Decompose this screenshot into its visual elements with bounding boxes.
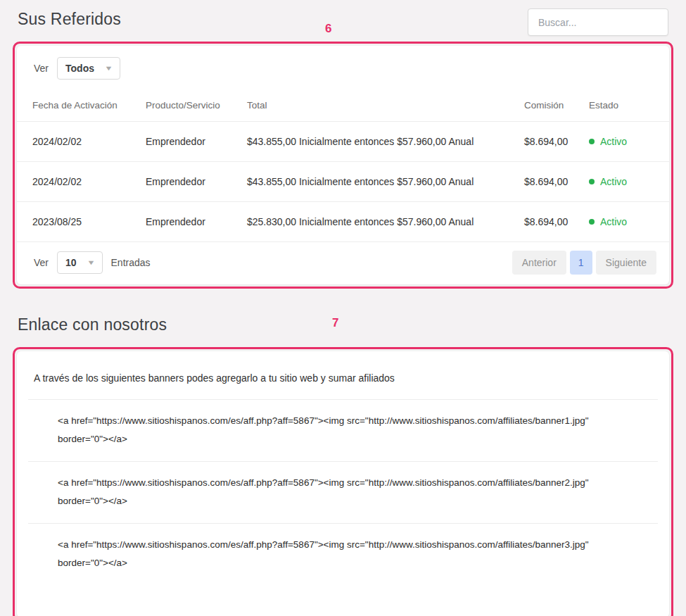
top-bar: Sus Referidos xyxy=(0,0,686,42)
column-header-status: Estado xyxy=(585,89,652,121)
column-header-date: Fecha de Activación xyxy=(28,89,141,121)
status-active-dot-icon xyxy=(589,139,595,144)
chevron-down-icon: ▼ xyxy=(104,65,113,72)
cell-commission: $8.694,00 xyxy=(520,162,585,201)
cell-date: 2023/08/25 xyxy=(28,202,141,241)
annotation-number-7: 7 xyxy=(332,316,338,330)
status-active-dot-icon xyxy=(589,179,595,184)
chevron-down-icon: ▼ xyxy=(87,259,95,266)
cell-total: $25.830,00 Inicialmente entonces $57.960… xyxy=(243,202,520,241)
cell-commission: $8.694,00 xyxy=(520,202,585,241)
annotation-number-6: 6 xyxy=(325,22,331,36)
cell-product: Emprendedor xyxy=(141,162,243,201)
cell-commission: $8.694,00 xyxy=(520,122,585,161)
banner-code-row: <a href="https://www.sitioshispanos.com/… xyxy=(17,400,669,461)
cell-product: Emprendedor xyxy=(141,202,243,241)
status-active-dot-icon xyxy=(589,219,595,225)
link-section-title: Enlace con nosotros xyxy=(0,289,686,347)
referrals-table: Fecha de Activación Producto/Servicio To… xyxy=(17,85,669,242)
page-size-select[interactable]: 10 ▼ xyxy=(57,251,103,274)
page-size-value: 10 xyxy=(65,257,77,268)
banner-code-row: <a href="https://www.sitioshispanos.com/… xyxy=(17,524,669,585)
cell-date: 2024/02/02 xyxy=(28,122,141,161)
column-header-total: Total xyxy=(243,89,520,121)
entries-label: Entradas xyxy=(111,257,151,268)
status-badge: Activo xyxy=(600,136,627,147)
cell-total: $43.855,00 Inicialmente entonces $57.960… xyxy=(243,122,520,161)
cell-product: Emprendedor xyxy=(141,122,243,161)
cell-total: $43.855,00 Inicialmente entonces $57.960… xyxy=(243,162,520,201)
pagination: Anterior 1 Siguiente xyxy=(512,251,656,275)
banner-code-2: <a href="https://www.sitioshispanos.com/… xyxy=(58,474,631,510)
next-page-button[interactable]: Siguiente xyxy=(596,251,656,275)
banner-code-row: <a href="https://www.sitioshispanos.com/… xyxy=(17,462,669,523)
current-page-button[interactable]: 1 xyxy=(570,251,592,275)
table-row: 2024/02/02 Emprendedor $43.855,00 Inicia… xyxy=(17,122,669,162)
column-header-product: Producto/Servicio xyxy=(141,89,243,121)
column-header-commission: Comisión xyxy=(520,89,585,121)
page-size-control: Ver 10 ▼ Entradas xyxy=(34,251,151,274)
table-header-row: Fecha de Activación Producto/Servicio To… xyxy=(17,85,669,122)
page-size-label: Ver xyxy=(34,257,49,268)
status-badge: Activo xyxy=(600,176,627,187)
filter-row: Ver Todos ▼ xyxy=(17,46,669,85)
cell-date: 2024/02/02 xyxy=(28,162,141,201)
status-filter-value: Todos xyxy=(65,63,94,74)
table-row: 2023/08/25 Emprendedor $25.830,00 Inicia… xyxy=(17,202,669,242)
status-filter-select[interactable]: Todos ▼ xyxy=(57,57,120,80)
referrals-annotated-box: Ver Todos ▼ Fecha de Activación Producto… xyxy=(13,42,673,289)
status-badge: Activo xyxy=(600,216,627,227)
table-row: 2024/02/02 Emprendedor $43.855,00 Inicia… xyxy=(17,162,669,202)
table-footer: Ver 10 ▼ Entradas Anterior 1 Siguiente xyxy=(17,242,669,284)
search-input[interactable] xyxy=(528,8,668,36)
page-title: Sus Referidos xyxy=(18,8,121,29)
link-annotated-box: A través de los siguientes banners podes… xyxy=(13,347,673,616)
previous-page-button[interactable]: Anterior xyxy=(512,251,566,275)
referrals-card: Ver Todos ▼ Fecha de Activación Producto… xyxy=(17,46,669,284)
affiliate-page: Sus Referidos 6 7 Ver Todos ▼ Fecha de A… xyxy=(0,0,686,616)
link-intro-text: A través de los siguientes banners podes… xyxy=(17,351,669,399)
cell-status: Activo xyxy=(585,122,652,161)
filter-label: Ver xyxy=(34,63,49,74)
link-card: A través de los siguientes banners podes… xyxy=(17,351,669,616)
cell-status: Activo xyxy=(585,202,652,241)
banner-code-1: <a href="https://www.sitioshispanos.com/… xyxy=(58,412,631,448)
banner-code-3: <a href="https://www.sitioshispanos.com/… xyxy=(58,536,631,572)
cell-status: Activo xyxy=(585,162,652,201)
